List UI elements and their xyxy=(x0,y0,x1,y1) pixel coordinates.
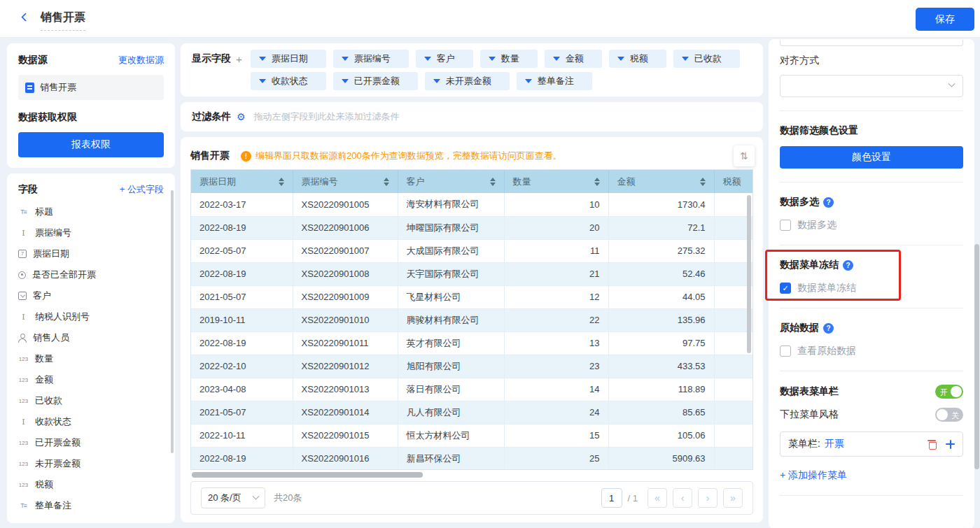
caret-down-icon[interactable] xyxy=(682,57,689,61)
column-header[interactable]: 客户 xyxy=(398,170,504,193)
caret-down-icon[interactable] xyxy=(433,79,440,83)
field-item[interactable]: 已开票金额 xyxy=(7,432,175,453)
page-input[interactable] xyxy=(601,488,622,508)
last-page-button[interactable] xyxy=(723,488,743,508)
table-row[interactable]: 2022-05-07XS20220901007大成国际有限公司11275.32 xyxy=(191,239,753,262)
sort-order-button[interactable] xyxy=(734,145,755,166)
caret-down-icon[interactable] xyxy=(342,57,349,61)
help-icon[interactable] xyxy=(823,197,834,208)
table-menubar-toggle[interactable]: 开 xyxy=(935,385,963,399)
display-field-chip[interactable]: 金额 xyxy=(545,50,602,68)
table-row[interactable]: 2022-08-19XS20220901008天宇国际有限公司2152.46 xyxy=(191,262,753,285)
column-header[interactable]: 金额 xyxy=(608,170,714,193)
scrollbar-thumb[interactable] xyxy=(192,472,423,478)
display-field-chip[interactable]: 票据编号 xyxy=(333,50,409,68)
table-row[interactable]: 2022-02-10XS20220901012旭阳有限公司23433.53 xyxy=(191,355,753,378)
caret-down-icon[interactable] xyxy=(489,57,496,61)
display-field-chip[interactable]: 数量 xyxy=(480,50,538,68)
back-button[interactable] xyxy=(21,13,29,24)
caret-down-icon[interactable] xyxy=(553,57,560,61)
gear-icon[interactable] xyxy=(237,111,246,122)
field-item[interactable]: 是否已全部开票 xyxy=(7,264,175,285)
table-row[interactable]: 2021-05-07XS20220901014凡人有限公司2485.65 xyxy=(191,401,753,424)
table-row[interactable]: 2021-05-07XS20220901009飞星材料公司1244.05 xyxy=(191,285,753,308)
menu-item-value-link[interactable]: 开票 xyxy=(825,438,844,450)
multi-select-checkbox[interactable] xyxy=(780,220,791,231)
page-title[interactable]: 销售开票 xyxy=(41,10,85,31)
trash-icon[interactable] xyxy=(927,439,936,449)
display-field-chip[interactable]: 未开票金额 xyxy=(425,72,510,90)
field-item[interactable]: 销售人员 xyxy=(7,327,175,348)
field-item[interactable]: 整单备注 xyxy=(7,495,175,516)
table-row[interactable]: 2022-08-19XS20220901011英才有限公司1397.75 xyxy=(191,331,753,355)
caret-down-icon[interactable] xyxy=(617,57,624,61)
table-horizontal-scrollbar[interactable] xyxy=(190,472,753,478)
field-item[interactable]: 未开票金额 xyxy=(7,453,175,474)
column-header[interactable]: 票据编号 xyxy=(293,170,398,193)
help-icon[interactable] xyxy=(843,260,853,271)
display-field-chip[interactable]: 收款状态 xyxy=(251,72,326,90)
caret-down-icon[interactable] xyxy=(259,79,266,83)
table-row[interactable]: 2023-04-08XS20220901013落日有限公司14118.89 xyxy=(191,378,753,401)
column-header[interactable]: 票据日期 xyxy=(191,170,293,193)
fields-title: 字段 xyxy=(18,183,38,196)
field-item[interactable]: 票据日期 xyxy=(7,243,175,264)
display-field-chip[interactable]: 已收款 xyxy=(673,50,740,68)
column-header[interactable]: 数量 xyxy=(504,170,608,193)
sort-arrows-icon[interactable] xyxy=(594,178,600,186)
page-scrollbar[interactable] xyxy=(974,244,979,469)
display-field-chip[interactable]: 整单备注 xyxy=(517,72,592,90)
field-item[interactable]: 数量 xyxy=(7,348,175,369)
display-field-chip[interactable]: 票据日期 xyxy=(251,50,326,68)
page-size-select[interactable]: 20 条/页 xyxy=(201,487,265,508)
truncated-input[interactable] xyxy=(780,40,963,46)
save-button[interactable]: 保存 xyxy=(916,8,974,31)
menu-freeze-checkbox[interactable] xyxy=(780,283,791,294)
field-item[interactable]: 收款状态 xyxy=(7,411,175,432)
datasource-item[interactable]: 销售开票 xyxy=(18,75,164,100)
menu-item-invoice[interactable]: 菜单栏: 开票 xyxy=(780,431,963,457)
table-vertical-scrollbar[interactable] xyxy=(747,195,751,353)
sort-arrows-icon[interactable] xyxy=(384,178,389,186)
add-action-menu-link[interactable]: + 添加操作菜单 xyxy=(780,469,847,482)
caret-down-icon[interactable] xyxy=(424,57,431,61)
display-field-chip[interactable]: 已开票金额 xyxy=(333,72,418,90)
previous-page-button[interactable] xyxy=(673,488,692,508)
display-field-chip[interactable]: 税额 xyxy=(609,50,666,68)
sort-arrows-icon[interactable] xyxy=(700,178,706,186)
help-icon[interactable] xyxy=(823,323,834,334)
align-select[interactable] xyxy=(780,75,963,97)
sort-arrows-icon[interactable] xyxy=(490,178,496,186)
table-row[interactable]: 2022-10-11XS20220901015恒太方材料公司15105.06 xyxy=(191,424,753,447)
field-item[interactable]: 票据编号 xyxy=(7,222,175,243)
next-page-button[interactable] xyxy=(698,488,718,508)
title-field-icon xyxy=(18,208,29,215)
move-icon[interactable] xyxy=(946,440,955,449)
first-page-button[interactable] xyxy=(648,488,667,508)
caret-down-icon[interactable] xyxy=(342,79,349,83)
field-item[interactable]: 已收款 xyxy=(7,390,175,411)
field-item[interactable]: 金额 xyxy=(7,369,175,390)
table-row[interactable]: 2022-03-17XS20220901005海安材料有限公司101730.4 xyxy=(191,193,753,216)
display-field-chip[interactable]: 客户 xyxy=(416,50,473,68)
fields-scrollbar[interactable] xyxy=(171,190,174,453)
field-item[interactable]: 客户 xyxy=(7,285,175,306)
table-cell: XS20220901005 xyxy=(293,193,398,216)
field-item[interactable]: 税额 xyxy=(7,474,175,495)
color-settings-button[interactable]: 颜色设置 xyxy=(780,146,963,169)
caret-down-icon[interactable] xyxy=(525,79,532,83)
caret-down-icon[interactable] xyxy=(259,57,266,61)
raw-data-checkbox[interactable] xyxy=(780,345,791,357)
field-item[interactable]: 标题 xyxy=(7,201,175,222)
change-datasource-link[interactable]: 更改数据源 xyxy=(118,54,164,66)
column-header[interactable]: 税额 xyxy=(714,170,753,193)
table-row[interactable]: 2022-08-19XS20220901006坤曜国际有限公司2072.1 xyxy=(191,216,753,239)
table-row[interactable]: 2022-08-19XS20220901016新昌环保公司255909.63 xyxy=(191,447,753,470)
add-formula-field-link[interactable]: + 公式字段 xyxy=(120,183,164,196)
dropdown-style-toggle[interactable]: 关 xyxy=(935,408,963,422)
sort-arrows-icon[interactable] xyxy=(279,178,284,186)
table-row[interactable]: 2019-10-11XS20220901010腾骏材料有限公司22135.96 xyxy=(191,308,753,331)
add-display-field-icon[interactable] xyxy=(236,53,242,65)
report-permission-button[interactable]: 报表权限 xyxy=(18,132,164,157)
field-item[interactable]: 纳税人识别号 xyxy=(7,306,175,327)
